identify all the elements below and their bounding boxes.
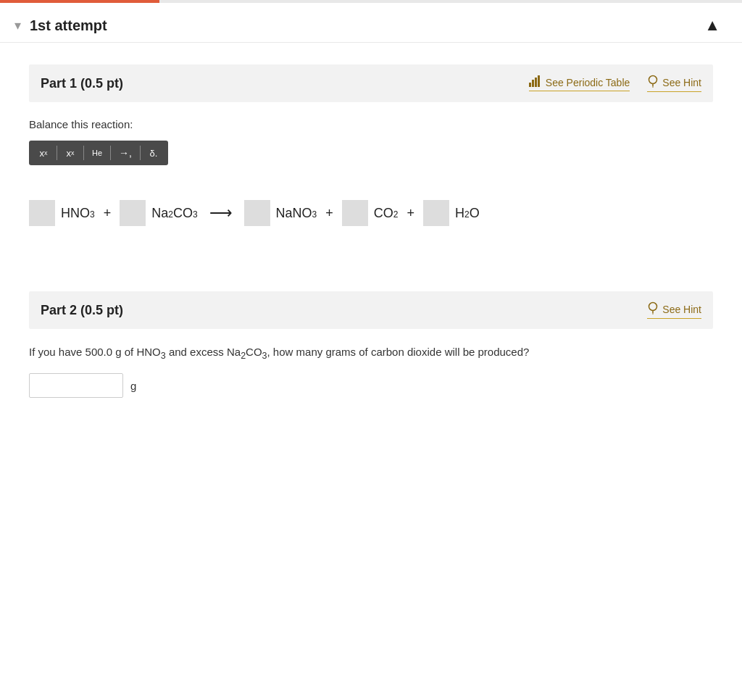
reaction-arrow: ⟶	[204, 204, 238, 222]
arrow-button[interactable]: →,	[114, 143, 137, 162]
part2-title: Part 2 (0.5 pt)	[41, 303, 123, 318]
see-hint-link-part2[interactable]: See Hint	[647, 301, 701, 319]
operator-plus-2: +	[322, 206, 336, 221]
hint-label-part2: See Hint	[662, 304, 701, 315]
main-content: Part 1 (0.5 pt) See Periodic Table	[0, 64, 742, 427]
svg-point-4	[649, 76, 657, 84]
coeff-na2co3[interactable]	[120, 200, 146, 226]
chevron-down-icon[interactable]: ▾	[14, 17, 21, 33]
subscript-icon: x	[71, 149, 75, 157]
compound-na2co3: Na2CO3	[151, 206, 197, 221]
attempt-header: ▾ 1st attempt ▲	[0, 3, 742, 43]
chemistry-toolbar: xx xx He →, δ.	[29, 141, 168, 165]
answer-row: g	[29, 373, 713, 398]
coeff-nano3[interactable]	[244, 200, 270, 226]
operator-plus-3: +	[404, 206, 418, 221]
subscript-button[interactable]: xx	[60, 143, 80, 162]
part1-section: Part 1 (0.5 pt) See Periodic Table	[29, 64, 713, 233]
answer-input[interactable]	[29, 373, 123, 398]
svg-rect-1	[532, 80, 534, 87]
see-periodic-table-link[interactable]: See Periodic Table	[529, 75, 630, 91]
svg-rect-0	[529, 83, 531, 87]
hint-label-part1: See Hint	[662, 77, 701, 88]
part1-header: Part 1 (0.5 pt) See Periodic Table	[29, 64, 713, 102]
chemical-equation: HNO3 + Na2CO3 ⟶ NaNO3 + CO2 + H2O	[29, 193, 713, 233]
collapse-icon[interactable]: ▲	[704, 16, 720, 35]
progress-fill	[0, 0, 159, 3]
compound-h2o: H2O	[455, 206, 480, 221]
unit-label: g	[130, 380, 136, 392]
helium-button[interactable]: He	[87, 143, 107, 162]
toolbar-sep-3	[110, 146, 111, 160]
superscript-icon: x	[44, 149, 48, 157]
periodic-table-icon	[529, 75, 542, 90]
superscript-button[interactable]: xx	[33, 143, 54, 162]
coeff-co2[interactable]	[342, 200, 368, 226]
svg-point-6	[652, 86, 654, 88]
see-hint-link-part1[interactable]: See Hint	[647, 75, 701, 92]
coeff-h2o[interactable]	[423, 200, 449, 226]
compound-co2: CO2	[374, 206, 399, 221]
part1-tools: See Periodic Table See Hint	[529, 75, 701, 92]
toolbar-sep-4	[140, 146, 141, 160]
progress-bar	[0, 0, 742, 3]
toolbar-sep-2	[83, 146, 84, 160]
compound-nano3: NaNO3	[276, 206, 317, 221]
hint-icon-part2	[647, 301, 659, 317]
svg-rect-2	[535, 78, 537, 87]
part2-section: Part 2 (0.5 pt) See Hint If you have 500…	[29, 291, 713, 398]
compound-hno3: HNO3	[61, 206, 95, 221]
part2-tools: See Hint	[647, 301, 701, 319]
coeff-hno3[interactable]	[29, 200, 55, 226]
periodic-table-label: See Periodic Table	[546, 77, 630, 88]
part1-instruction: Balance this reaction:	[29, 118, 713, 130]
hint-icon-part1	[647, 75, 659, 91]
toolbar-sep-1	[57, 146, 57, 160]
part2-header: Part 2 (0.5 pt) See Hint	[29, 291, 713, 329]
svg-point-7	[649, 303, 657, 311]
operator-plus-1: +	[101, 206, 114, 221]
svg-point-9	[652, 313, 654, 314]
delta-button[interactable]: δ.	[143, 143, 164, 162]
part1-title: Part 1 (0.5 pt)	[41, 76, 123, 91]
svg-rect-3	[538, 75, 540, 87]
attempt-title: 1st attempt	[30, 17, 107, 34]
part2-question: If you have 500.0 g of HNO3 and excess N…	[29, 343, 713, 363]
